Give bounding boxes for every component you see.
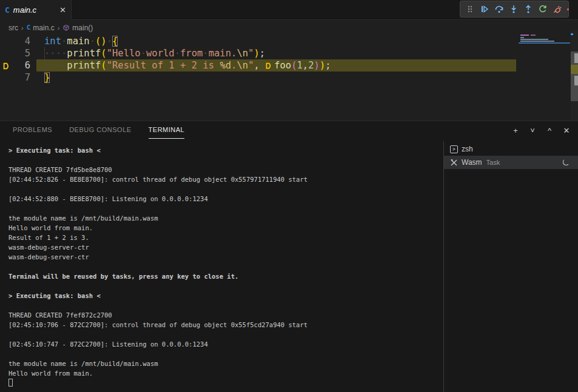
code-token: ·	[107, 36, 112, 47]
new-terminal-button[interactable]: +	[510, 125, 521, 136]
terminal-list-divider	[443, 141, 444, 392]
terminal-line	[8, 378, 433, 388]
code-token: )	[254, 48, 259, 59]
terminal-line: > Executing task: bash <	[8, 145, 433, 155]
code-token: "Result	[107, 60, 146, 71]
minimap[interactable]	[519, 35, 570, 119]
terminal-line: wasm-debug-server-ctr	[8, 242, 433, 252]
code-token: 2	[308, 60, 314, 71]
terminal-output[interactable]: > Executing task: bash < THREAD CREATED …	[8, 145, 433, 388]
restart-button[interactable]	[536, 2, 550, 16]
disconnect-button[interactable]	[550, 2, 565, 16]
line-number: 6	[0, 59, 30, 71]
code-token: world	[146, 48, 175, 59]
code-token: )	[320, 60, 325, 71]
code-line-content: ····printf("Result·of·1·+·2·is·%d.\n",·f…	[36, 59, 516, 71]
breadcrumb-item[interactable]: src	[8, 24, 18, 32]
panel-actions: +˅^✕	[510, 125, 572, 136]
code-line[interactable]: 6····printf("Result·of·1·+·2·is·%d.\n",·…	[0, 59, 516, 71]
step-out-button[interactable]	[521, 2, 536, 16]
terminal-tab-zsh[interactable]: >zsh	[444, 142, 578, 156]
terminal-line: Terminal will be reused by tasks, press …	[8, 271, 433, 281]
scrollbar-decoration	[571, 33, 573, 35]
editor-scrollbar[interactable]	[571, 30, 578, 121]
step-into-target-icon	[265, 61, 273, 73]
terminal-line	[8, 349, 433, 359]
code-token: "Hello	[107, 48, 141, 59]
terminal-cursor	[8, 379, 13, 387]
terminal-tab-desc: Task	[486, 159, 500, 166]
scrollbar-decoration	[574, 76, 578, 85]
code-token: ·	[146, 60, 152, 71]
code-token: printf	[67, 60, 101, 71]
terminal-icon: >	[450, 145, 458, 153]
panel-tab-terminal[interactable]: TERMINAL	[149, 126, 185, 139]
code-token: "	[248, 48, 254, 59]
terminal-tabs-list: >zshWasmTask	[444, 142, 578, 169]
breadcrumb-separator: ›	[21, 24, 24, 32]
terminal-dropdown-button[interactable]: ˅	[527, 125, 538, 136]
code-token: ·	[186, 60, 191, 71]
terminal-tab-wasm[interactable]: WasmTask	[444, 156, 578, 169]
terminal-line	[8, 301, 433, 310]
code-token: \n	[237, 48, 248, 59]
terminal-line: Hello world from main.	[8, 368, 433, 378]
terminal-line	[8, 155, 433, 165]
terminal-tab-label: Wasm	[462, 158, 482, 167]
continue-button[interactable]	[477, 2, 492, 16]
panel-tab-problems[interactable]: PROBLEMS	[13, 126, 52, 139]
code-token: (	[101, 48, 106, 59]
step-over-button[interactable]	[492, 2, 506, 16]
code-token: (	[101, 60, 106, 71]
code-line[interactable]: 5····printf("Hello·world·from·main.\n");	[0, 47, 516, 59]
panel-tab-debug-console[interactable]: DEBUG CONSOLE	[69, 126, 131, 139]
terminal-line	[8, 262, 433, 271]
code-token: ·	[260, 60, 265, 71]
bottom-panel: PROBLEMSDEBUG CONSOLETERMINAL +˅^✕ > Exe…	[0, 121, 578, 392]
terminal-line: THREAD CREATED 7fef872c2700	[8, 310, 433, 320]
code-token: main.	[209, 48, 237, 59]
code-line[interactable]: 7}	[0, 71, 516, 84]
breadcrumb-item[interactable]: main.c	[33, 24, 54, 32]
vscode-window: C main.c ✕ src›Cmain.c›main() 4int·main·…	[0, 0, 578, 392]
code-token: ·	[175, 60, 180, 71]
code-line[interactable]: 4int·main·()·{	[0, 35, 516, 47]
code-token: ;	[325, 60, 331, 71]
breadcrumb-item[interactable]: main()	[72, 24, 93, 32]
breadcrumb[interactable]: src›Cmain.c›main()	[0, 21, 578, 35]
terminal-line	[8, 204, 433, 213]
close-tab-icon[interactable]: ✕	[59, 6, 66, 14]
terminal-tab-label: zsh	[462, 145, 473, 153]
code-token: ,	[303, 60, 308, 71]
scrollbar-decoration	[574, 53, 578, 63]
code-token: printf	[67, 48, 101, 59]
line-number: 4	[0, 35, 30, 47]
terminal-line: the module name is /mnt/build/main.wasm	[8, 213, 433, 223]
code-token: )	[314, 60, 320, 71]
step-into-button[interactable]	[506, 2, 521, 16]
drag-gripper[interactable]	[463, 2, 477, 16]
code-token: 2	[192, 60, 197, 71]
c-file-icon: C	[5, 5, 10, 15]
code-token: \n	[237, 60, 248, 71]
terminal-line	[8, 281, 433, 291]
code-line-content: int·main·()·{	[36, 35, 516, 47]
breadcrumb-separator: ›	[58, 24, 60, 32]
panel-tab-strip: PROBLEMSDEBUG CONSOLETERMINAL	[13, 126, 184, 139]
maximize-panel-button[interactable]: ^	[544, 125, 555, 136]
code-editor[interactable]: 4int·main·()·{5····printf("Hello·world·f…	[0, 35, 578, 120]
terminal-line: the module name is /mnt/build/main.wasm	[8, 359, 433, 368]
terminal-line: [02:45:10:747 - 872C2700]: Listening on …	[8, 339, 433, 349]
code-token: is	[203, 60, 214, 71]
code-token: ····	[44, 48, 67, 59]
tab-main-c[interactable]: C main.c ✕	[0, 0, 72, 20]
terminal-line: Result of 1 + 2 is 3.	[8, 233, 433, 242]
minimap-token	[520, 37, 524, 38]
notification-dot	[567, 8, 569, 10]
code-token: +	[180, 60, 186, 71]
code-token: ·	[141, 48, 146, 59]
close-panel-button[interactable]: ✕	[561, 125, 572, 136]
terminal-line: [02:44:52:826 - BE8E8700]: control threa…	[8, 174, 433, 184]
code-token: {	[112, 36, 118, 47]
code-token: ·	[90, 36, 95, 47]
